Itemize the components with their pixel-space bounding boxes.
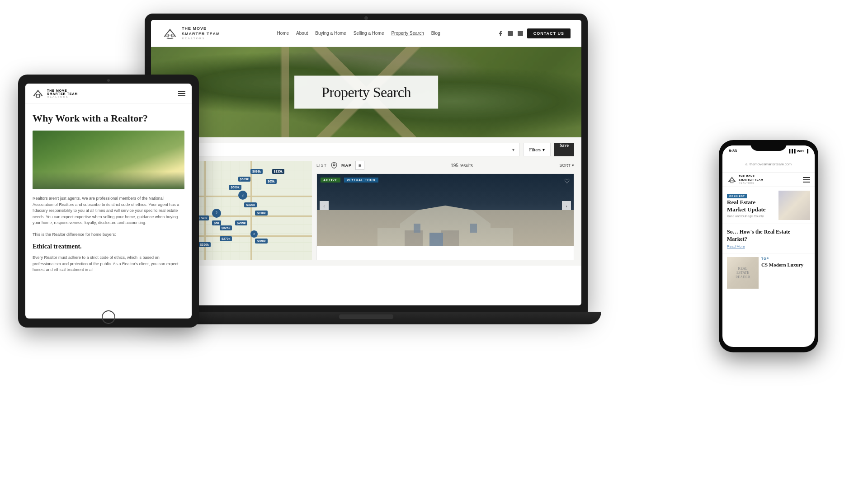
news-img-bg <box>778 191 810 220</box>
logo-text-line1: THE MOVE <box>182 26 220 32</box>
list-view-btn[interactable]: LIST <box>316 163 327 168</box>
contact-us-button[interactable]: CONTACT US <box>527 28 571 38</box>
next-photo-btn[interactable]: › <box>562 201 571 210</box>
map-pin-icon <box>330 162 338 169</box>
linkedin-icon[interactable] <box>517 30 524 37</box>
badge-virtual-tour: VIRTUAL TOUR <box>344 178 378 183</box>
phone-logo-icon <box>727 175 737 185</box>
search-content: $699k $629k $600k $65k $135k $400k $150k… <box>158 161 574 260</box>
nav-home[interactable]: Home <box>277 31 289 36</box>
bottom-img-text: REALESTATEREADER <box>736 267 750 280</box>
laptop-body: THE MOVE SMARTER TEAM REALTORS Home Abou… <box>145 14 588 312</box>
map-price-marker[interactable]: $320k <box>244 202 256 207</box>
map-price-marker[interactable]: $625k <box>220 225 232 230</box>
map-price-marker-active[interactable]: $135k <box>272 169 284 174</box>
svg-rect-15 <box>414 224 420 233</box>
sort-label: SORT <box>559 163 571 168</box>
filters-button[interactable]: Filters ▾ <box>523 143 551 156</box>
map-price-marker[interactable]: $350k <box>198 242 210 247</box>
tablet-body-text-2: This is the Realtor difference for home … <box>33 232 184 238</box>
tablet-subtitle: Ethical treatment. <box>33 243 184 250</box>
badge-active: ACTIVE <box>321 178 340 183</box>
phone-bottom-title: CS Modern Luxury <box>761 262 810 268</box>
save-button[interactable]: Save <box>554 143 574 156</box>
phone-screen: 8:33 ▐▐▐ WiFi ▐ a. themovesmarterteam.co… <box>722 145 815 347</box>
filters-label: Filters <box>529 147 541 152</box>
svg-rect-13 <box>441 230 459 246</box>
sort-chevron: ▾ <box>572 163 574 168</box>
logo-text-line2: SMARTER TEAM <box>182 32 220 37</box>
tablet-home-button[interactable] <box>102 310 115 324</box>
svg-rect-12 <box>405 230 423 246</box>
tablet-page-title: Why Work with a Realtor? <box>33 112 184 124</box>
location-input[interactable]: Location ▾ <box>158 143 519 156</box>
signal-icon: ▐▐▐ <box>788 149 796 153</box>
tablet-hamburger-menu[interactable] <box>178 91 185 96</box>
phone-hamburger[interactable] <box>803 177 810 183</box>
map-price-marker[interactable]: $270k <box>220 236 232 241</box>
phone-bottom-image: REALESTATEREADER <box>727 257 759 289</box>
phone-url: a. themovesmarterteam.com <box>727 162 810 166</box>
hero-section: Property Search <box>151 47 581 137</box>
nav-about[interactable]: About <box>296 31 308 36</box>
svg-marker-11 <box>377 206 513 246</box>
phone-device: 8:33 ▐▐▐ WiFi ▐ a. themovesmarterteam.co… <box>719 140 818 352</box>
nav-selling[interactable]: Selling a Home <box>354 31 384 36</box>
nav-property-search[interactable]: Property Search <box>391 31 424 36</box>
map-view-btn[interactable]: MAP <box>341 163 352 168</box>
nav-social-icons: CONTACT US <box>497 28 571 38</box>
tablet-body-text-3: Every Realtor must adhere to a strict co… <box>33 255 184 273</box>
tablet-logo-sub: REALTORS <box>47 95 78 98</box>
phone-status-icons: ▐▐▐ WiFi ▐ <box>788 149 809 153</box>
phone-news-text: OPEN EST Real Estate Market Update Kane … <box>727 191 776 218</box>
map-cluster[interactable]: 2 <box>250 230 258 238</box>
nav-blog[interactable]: Blog <box>431 31 440 36</box>
laptop-camera <box>364 16 368 20</box>
property-card[interactable]: ACTIVE VIRTUAL TOUR ♡ ‹ › <box>316 173 574 260</box>
tablet-camera <box>107 79 110 82</box>
layers-icon-btn[interactable]: ⊞ <box>355 161 364 170</box>
results-count: 195 results <box>451 163 473 168</box>
search-bar: Location ▾ Filters ▾ Save <box>158 143 574 156</box>
property-house-bg <box>317 210 574 246</box>
prev-photo-btn[interactable]: ‹ <box>320 201 329 210</box>
phone-time: 8:33 <box>729 149 737 153</box>
map-price-marker[interactable]: $629k <box>238 177 250 182</box>
map-price-marker[interactable]: $360k <box>255 239 267 244</box>
phone-logo-text2: SMARTER TEAM <box>739 178 763 182</box>
phone-market-title: So… How's the Real Estate Market? <box>727 229 810 243</box>
property-house-svg <box>377 206 513 246</box>
phone-market-section: So… How's the Real Estate Market? Read M… <box>722 224 815 253</box>
map-price-marker[interactable]: $5k <box>212 220 221 225</box>
search-section: Location ▾ Filters ▾ Save <box>151 137 581 266</box>
map-price-marker[interactable]: $299k <box>235 220 247 225</box>
phone-logo: THE MOVE SMARTER TEAM REALTORS <box>727 175 763 185</box>
dropdown-chevron: ▾ <box>512 147 514 152</box>
logo-sub: REALTORS <box>182 37 220 40</box>
phone-news-card[interactable]: OPEN EST Real Estate Market Update Kane … <box>722 187 815 224</box>
site-nav: THE MOVE SMARTER TEAM REALTORS Home Abou… <box>151 20 581 47</box>
tablet-body-text-1: Realtors aren't just agents. We are prof… <box>33 196 184 226</box>
map-price-marker[interactable]: $699k <box>250 169 263 174</box>
phone-logo-sub: REALTORS <box>739 182 763 184</box>
phone-news-title: Real Estate Market Update <box>727 199 776 213</box>
nav-buying[interactable]: Buying a Home <box>315 31 346 36</box>
scene: THE MOVE SMARTER TEAM REALTORS Home Abou… <box>0 0 868 487</box>
site-logo: THE MOVE SMARTER TEAM REALTORS <box>162 25 220 42</box>
instagram-icon[interactable] <box>507 30 514 37</box>
phone-read-more-link[interactable]: Read More <box>727 244 810 248</box>
facebook-icon[interactable] <box>497 30 504 37</box>
map-price-marker[interactable]: $310k <box>255 211 267 215</box>
news-tag: OPEN EST <box>727 194 747 198</box>
phone-bottom-card[interactable]: REALESTATEREADER TOP CS Modern Luxury <box>722 253 815 292</box>
tablet-logo: THE MOVE SMARTER TEAM REALTORS <box>32 87 78 100</box>
battery-icon: ▐ <box>806 149 808 153</box>
map-price-marker[interactable]: $65k <box>266 179 277 184</box>
laptop-base <box>131 312 601 324</box>
map-cluster[interactable]: 2 <box>212 209 221 218</box>
phone-content: OPEN EST Real Estate Market Update Kane … <box>722 187 815 292</box>
map-price-marker[interactable]: $600k <box>229 185 241 190</box>
favorite-icon[interactable]: ♡ <box>564 178 570 185</box>
sort-button[interactable]: SORT ▾ <box>559 163 574 168</box>
map-cluster[interactable]: 3 <box>238 191 247 200</box>
